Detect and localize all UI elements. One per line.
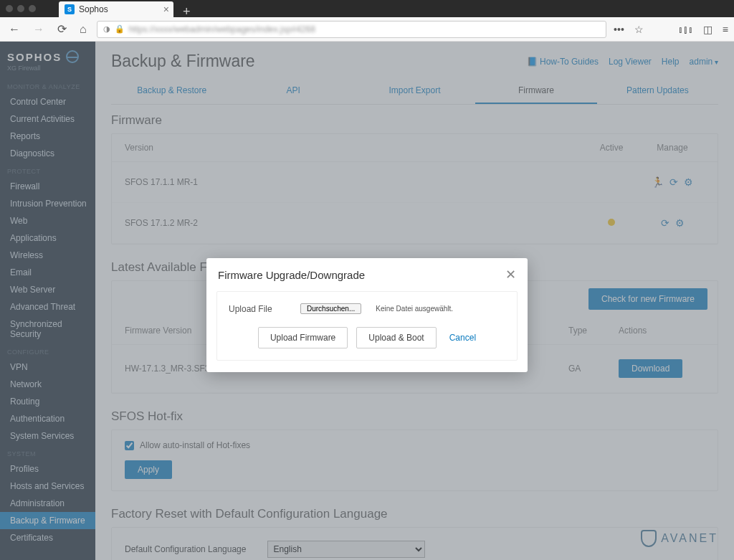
menu-icon[interactable]: ≡ <box>723 24 728 35</box>
url-text: https://xxxx/webadmin/webpages/index.jsp… <box>129 24 315 34</box>
upload-boot-button[interactable]: Upload & Boot <box>356 327 436 348</box>
file-status: Keine Datei ausgewählt. <box>376 305 453 313</box>
modal-close-icon[interactable]: ✕ <box>505 267 516 283</box>
browser-toolbar: ← → ⟳ ⌂ ◑ 🔒 https://xxxx/webadmin/webpag… <box>0 17 734 42</box>
traffic-lights <box>6 5 36 12</box>
tab-title: Sophos <box>79 4 108 14</box>
browse-button[interactable]: Durchsuchen... <box>300 303 361 314</box>
page-actions-icon[interactable]: ••• <box>614 24 624 35</box>
lock-icon: 🔒 <box>115 24 125 34</box>
modal-overlay: Firmware Upgrade/Downgrade ✕ Upload File… <box>0 42 734 560</box>
sidebar-icon[interactable]: ◫ <box>703 24 712 35</box>
bookmark-star-icon[interactable]: ☆ <box>634 24 644 35</box>
favicon-icon: S <box>65 4 75 14</box>
reload-button[interactable]: ⟳ <box>54 21 70 37</box>
upload-firmware-button[interactable]: Upload Firmware <box>258 327 348 348</box>
tracking-shield-icon: ◑ <box>103 24 110 34</box>
cancel-link[interactable]: Cancel <box>449 333 476 343</box>
back-button[interactable]: ← <box>6 22 23 37</box>
modal-title: Firmware Upgrade/Downgrade <box>218 269 365 281</box>
home-button[interactable]: ⌂ <box>77 22 90 37</box>
browser-tab[interactable]: S Sophos × <box>59 1 173 17</box>
close-tab-icon[interactable]: × <box>163 4 169 15</box>
library-icon[interactable]: ⫾⫿⫾ <box>678 24 693 35</box>
url-bar[interactable]: ◑ 🔒 https://xxxx/webadmin/webpages/index… <box>97 21 606 38</box>
new-tab-button[interactable]: + <box>183 4 191 19</box>
upload-label: Upload File <box>229 304 286 314</box>
forward-button[interactable]: → <box>30 22 47 37</box>
firmware-upgrade-modal: Firmware Upgrade/Downgrade ✕ Upload File… <box>206 258 528 372</box>
